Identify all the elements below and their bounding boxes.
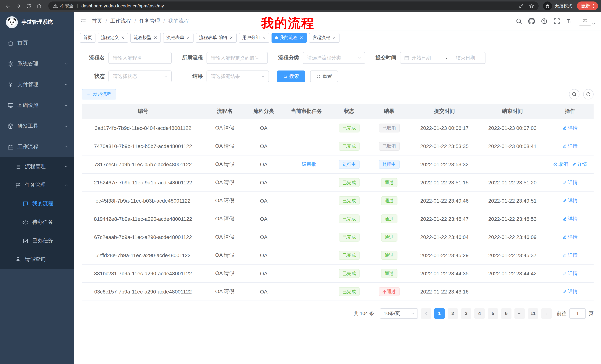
cell-submit-time: 2022-01-22 23:45:29 (411, 246, 478, 264)
close-icon[interactable] (229, 36, 233, 40)
submit-time-range[interactable]: 开始日期 - 结束日期 (400, 52, 485, 64)
page-button-11[interactable]: 11 (528, 308, 538, 318)
sidebar-item-my-process[interactable]: 我的流程 (0, 194, 74, 213)
page-button-4[interactable]: 4 (474, 308, 485, 318)
breadcrumb-item[interactable]: 工作流程 (110, 18, 131, 24)
font-size-icon[interactable] (566, 18, 573, 24)
refresh-table-button[interactable] (583, 89, 594, 99)
help-icon[interactable] (541, 18, 548, 24)
column-header: 编号 (82, 104, 204, 119)
cancel-link[interactable]: 取消 (553, 161, 568, 168)
category-select[interactable]: 请选择流程分类 (303, 52, 365, 64)
sidebar-item-dev-tools[interactable]: 研发工具 (0, 116, 74, 136)
browser-home-icon[interactable] (34, 1, 44, 11)
detail-link[interactable]: 详情 (562, 125, 578, 131)
sidebar: 芋道管理系统 首页系统管理支付管理基础设施研发工具工作流程流程管理任务管理我的流… (0, 12, 74, 364)
close-icon[interactable] (332, 36, 336, 40)
incognito-label: 无痕模式 (555, 3, 572, 9)
sidebar-item-todo-tasks[interactable]: 待办任务 (0, 213, 74, 231)
collapse-sidebar-icon[interactable] (80, 18, 87, 24)
home-icon (7, 40, 14, 46)
current-task-link[interactable]: 一级审批 (297, 161, 316, 168)
sidebar-item-done-tasks[interactable]: 已办任务 (0, 231, 74, 250)
detail-link[interactable]: 详情 (562, 215, 578, 222)
detail-link[interactable]: 详情 (562, 234, 578, 240)
filter-label-result: 结果 (180, 73, 203, 80)
reset-button[interactable]: 重置 (310, 70, 338, 82)
tab-process-model[interactable]: 流程模型 (130, 33, 161, 42)
search-button[interactable]: 搜索 (277, 70, 305, 82)
browser-chrome: 不安全 | dashboard.yudao.iocoder.cn/bpm/tas… (0, 0, 601, 12)
close-icon[interactable] (299, 36, 303, 40)
prev-page-button[interactable] (421, 308, 431, 318)
sidebar-item-home[interactable]: 首页 (0, 33, 74, 53)
cell-end-time (478, 155, 546, 173)
process-def-input[interactable] (207, 52, 268, 64)
update-button[interactable]: 更新 (577, 1, 598, 10)
user-avatar[interactable] (579, 17, 595, 25)
sidebar-item-infrastructure[interactable]: 基础设施 (0, 95, 74, 116)
github-icon[interactable] (528, 18, 535, 24)
not-secure-icon (53, 3, 58, 9)
sidebar-item-leave-query[interactable]: 请假查询 (0, 250, 74, 269)
cell-end-time (478, 282, 546, 301)
close-icon[interactable] (186, 36, 190, 40)
sidebar-item-system-mgmt[interactable]: 系统管理 (0, 53, 74, 74)
sidebar-item-task-mgmt[interactable]: 任务管理 (0, 176, 74, 194)
tab-home[interactable]: 首页 (80, 33, 95, 42)
cell-id: 331bc281-7b9a-11ec-a290-acde48001122 (82, 264, 204, 282)
close-icon[interactable] (153, 36, 158, 40)
tab-user-group[interactable]: 用户分组 (239, 33, 269, 42)
breadcrumb-item[interactable]: 任务管理 (139, 18, 160, 24)
key-icon[interactable] (519, 3, 524, 9)
next-page-button[interactable] (541, 308, 551, 318)
toggle-search-button[interactable] (569, 89, 580, 99)
address-bar[interactable]: 不安全 | dashboard.yudao.iocoder.cn/bpm/tas… (48, 1, 539, 10)
result-select[interactable]: 请选择流结果 (207, 70, 269, 82)
star-icon[interactable] (529, 3, 534, 9)
process-name-input[interactable] (109, 52, 172, 64)
detail-link[interactable]: 详情 (562, 197, 578, 204)
cell-current-task: 一级审批 (282, 155, 331, 173)
tab-start-process[interactable]: 发起流程 (309, 33, 340, 42)
page-button-3[interactable]: 3 (461, 308, 471, 318)
content: 流程名 所属流程 流程分类 请选择流程分类 (74, 45, 601, 364)
detail-link[interactable]: 详情 (572, 161, 587, 168)
cell-current-task (282, 192, 331, 210)
edit-icon (562, 217, 567, 221)
detail-link[interactable]: 详情 (562, 252, 578, 259)
browser-menu-icon[interactable] (591, 3, 596, 9)
detail-link[interactable]: 详情 (562, 179, 578, 186)
goto-page-input[interactable] (570, 308, 586, 318)
detail-link[interactable]: 详情 (562, 270, 578, 277)
table-row: 7317cec6-7b9b-11ec-b5b7-acde48001122OA 请… (82, 155, 594, 173)
detail-link[interactable]: 详情 (562, 288, 578, 295)
close-icon[interactable] (262, 36, 266, 40)
page-size-select[interactable]: 10条/页 (380, 308, 418, 318)
fullscreen-icon[interactable] (553, 18, 560, 24)
page-button-5[interactable]: 5 (488, 308, 498, 318)
page-button-6[interactable]: 6 (501, 308, 511, 318)
sidebar-item-payment-mgmt[interactable]: 支付管理 (0, 74, 74, 95)
close-icon[interactable] (121, 36, 125, 40)
status-select[interactable]: 请选择状态 (109, 70, 172, 82)
breadcrumb-item[interactable]: 首页 (92, 18, 102, 24)
tab-my-process[interactable]: 我的流程 (271, 33, 307, 42)
page-button-2[interactable]: 2 (448, 308, 458, 318)
detail-link[interactable]: 详情 (562, 143, 578, 149)
create-process-button[interactable]: 发起流程 (82, 89, 116, 99)
sidebar-item-workflow[interactable]: 工作流程 (0, 136, 74, 157)
search-icon[interactable] (516, 18, 522, 24)
tabs-bar: 首页流程定义流程模型流程表单流程表单-编辑用户分组我的流程发起流程 (74, 30, 601, 45)
tab-process-form[interactable]: 流程表单 (163, 33, 193, 42)
reload-icon[interactable] (24, 1, 33, 11)
forward-icon[interactable] (13, 1, 23, 11)
back-icon[interactable] (3, 1, 13, 11)
sidebar-item-process-mgmt[interactable]: 流程管理 (0, 157, 74, 176)
tab-process-form-edit[interactable]: 流程表单-编辑 (196, 33, 237, 42)
page-button-1[interactable]: 1 (434, 308, 445, 318)
status-tag: 已完成 (339, 232, 360, 241)
url-text: dashboard.yudao.iocoder.cn/bpm/task/my (81, 3, 164, 9)
tab-process-definition[interactable]: 流程定义 (98, 33, 128, 42)
more-pages-icon[interactable] (514, 308, 525, 318)
